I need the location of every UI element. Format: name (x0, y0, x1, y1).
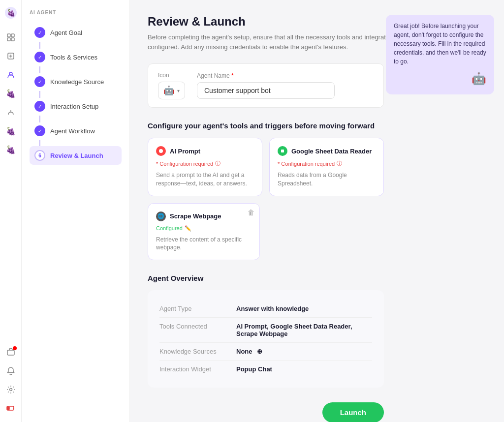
tool-card-header-google-sheet: Google Sheet Data Reader (278, 146, 376, 156)
step-label-3: Knowledge Source (50, 78, 104, 86)
overview-value-tools: AI Prompt, Google Sheet Data Reader, Scr… (236, 323, 372, 337)
svg-text:🍇: 🍇 (6, 9, 15, 17)
step-agent-goal[interactable]: ✓ Agent Goal (30, 23, 122, 42)
name-field-group: Agent Name * (197, 72, 335, 99)
overview-value-interaction: Popup Chat (236, 365, 272, 373)
required-marker: * (231, 72, 234, 79)
tool-card-ai-prompt[interactable]: AI Prompt * Configuration required ⓘ Sen… (148, 138, 262, 196)
layers-icon: ⊕ (257, 348, 262, 355)
tools-section-title: Configure your agent's tools and trigger… (148, 121, 486, 130)
tools-grid: AI Prompt * Configuration required ⓘ Sen… (148, 138, 384, 196)
sidebar-muscle-icon[interactable] (3, 104, 19, 120)
step-label-2: Tools & Services (50, 54, 97, 61)
google-sheet-desc: Reads data from a Google Spreadsheet. (278, 171, 376, 188)
scrape-status: Configured ✏️ (156, 225, 252, 232)
sidebar-grape3-icon[interactable]: 🍇 (3, 142, 19, 157)
scrape-icon: 🌐 (156, 211, 166, 221)
svg-rect-2 (7, 34, 10, 37)
svg-rect-5 (11, 38, 14, 41)
overview-section-title: Agent Overview (148, 274, 486, 282)
overview-value-agent-type: Answer with knowledge (236, 305, 309, 312)
step-knowledge-source[interactable]: ✓ Knowledge Source (30, 72, 122, 91)
chevron-down-icon: ▾ (177, 88, 180, 93)
step-label-5: Agent Workflow (50, 127, 95, 135)
google-sheet-icon (278, 146, 287, 156)
icon-field-group: Icon 🤖 ▾ (158, 72, 185, 99)
tool-card-header-scrape: 🌐 Scrape Webpage (156, 211, 252, 221)
sidebar-settings-icon[interactable] (3, 382, 19, 397)
overview-row-tools: Tools Connected AI Prompt, Google Sheet … (159, 318, 372, 343)
overview-row-knowledge: Knowledge Sources None ⊕ (159, 343, 372, 361)
overview-row-interaction: Interaction Widget Popup Chat (159, 361, 372, 378)
google-sheet-status: * Configuration required ⓘ (278, 160, 376, 167)
scrape-desc: Retrieve the content of a specific webpa… (156, 236, 252, 252)
delete-icon[interactable]: 🗑 (248, 209, 254, 216)
agent-emoji: 🤖 (163, 85, 174, 96)
agent-name-section: Icon 🤖 ▾ Agent Name * (148, 63, 384, 108)
sidebar-battery-icon[interactable] (3, 400, 19, 416)
agent-name-input[interactable] (197, 82, 335, 99)
ai-agent-label: AI AGENT (30, 10, 122, 15)
step-agent-workflow[interactable]: ✓ Agent Workflow (30, 121, 122, 140)
svg-rect-16 (281, 150, 284, 152)
step-sidebar: AI AGENT ✓ Agent Goal ✓ Tools & Services… (22, 0, 130, 422)
tool-card-header-ai-prompt: AI Prompt (156, 146, 254, 156)
sidebar-home-icon[interactable] (3, 30, 19, 45)
icon-field-label: Icon (158, 72, 185, 79)
tool-card-scrape-webpage[interactable]: 🗑 🌐 Scrape Webpage Configured ✏️ Retriev… (148, 203, 260, 261)
sidebar-upload-icon[interactable] (3, 48, 19, 64)
icon-sidebar: 🍇 🍇 🍇 🍇 (0, 0, 22, 422)
svg-rect-13 (7, 407, 9, 410)
step-circle-1: ✓ (34, 27, 45, 38)
launch-button[interactable]: Launch (322, 402, 384, 422)
svg-point-11 (9, 389, 12, 391)
svg-rect-3 (11, 34, 14, 37)
sidebar-grape1-icon[interactable]: 🍇 (3, 86, 19, 101)
scrape-name: Scrape Webpage (170, 212, 221, 220)
name-field-label: Agent Name * (197, 72, 335, 79)
sidebar-grape2-icon[interactable]: 🍇 (3, 123, 19, 139)
overview-key-knowledge: Knowledge Sources (159, 348, 228, 355)
chat-bubble-text: Great job! Before launching your agent, … (394, 22, 486, 66)
edit-icon[interactable]: ✏️ (185, 225, 191, 232)
info-icon-2: ⓘ (337, 160, 342, 167)
step-label-6: Review & Launch (50, 152, 103, 159)
ai-prompt-status: * Configuration required ⓘ (156, 160, 254, 167)
overview-row-agent-type: Agent Type Answer with knowledge (159, 300, 372, 318)
ai-prompt-icon (156, 146, 166, 156)
step-circle-2: ✓ (34, 52, 45, 62)
tool-card-google-sheet[interactable]: Google Sheet Data Reader * Configuration… (269, 138, 384, 196)
step-tools-services[interactable]: ✓ Tools & Services (30, 48, 122, 66)
google-sheet-name: Google Sheet Data Reader (291, 148, 372, 155)
icon-selector[interactable]: 🤖 ▾ (158, 82, 185, 99)
step-label-4: Interaction Setup (50, 103, 98, 110)
step-label-1: Agent Goal (50, 29, 82, 36)
step-circle-3: ✓ (34, 76, 45, 87)
overview-value-knowledge: None ⊕ (236, 348, 262, 355)
sidebar-bottom-icons (3, 344, 19, 416)
sidebar-agent-icon[interactable] (3, 67, 19, 83)
svg-point-15 (159, 149, 163, 153)
ai-prompt-desc: Send a prompt to the AI and get a respon… (156, 171, 254, 188)
info-icon: ⓘ (215, 160, 220, 167)
overview-key-interaction: Interaction Widget (159, 365, 228, 373)
overview-key-tools: Tools Connected (159, 323, 228, 330)
ai-prompt-name: AI Prompt (170, 148, 200, 155)
step-circle-6: 6 (34, 150, 45, 161)
sidebar-notification-icon[interactable] (3, 344, 19, 360)
chat-bubble: Great job! Before launching your agent, … (386, 15, 494, 94)
chat-bubble-avatar: 🤖 (394, 70, 486, 88)
launch-button-wrapper: Launch (148, 402, 384, 422)
step-review-launch[interactable]: 6 Review & Launch (30, 146, 122, 165)
svg-rect-4 (7, 38, 10, 41)
step-circle-4: ✓ (34, 101, 45, 112)
step-circle-5: ✓ (34, 125, 45, 136)
sidebar-bell-icon[interactable] (3, 363, 19, 379)
svg-rect-10 (7, 350, 14, 355)
overview-key-agent-type: Agent Type (159, 305, 228, 312)
overview-section: Agent Type Answer with knowledge Tools C… (148, 290, 384, 388)
app-logo[interactable]: 🍇 (4, 6, 18, 22)
step-interaction-setup[interactable]: ✓ Interaction Setup (30, 97, 122, 116)
